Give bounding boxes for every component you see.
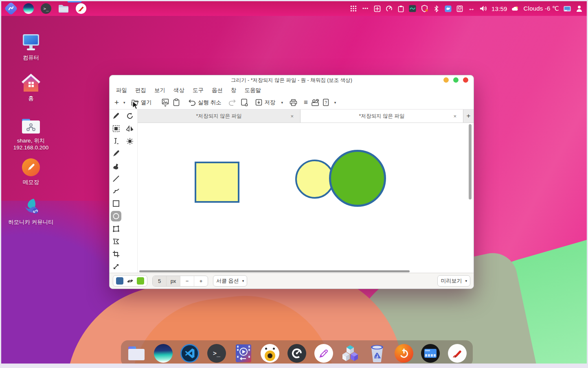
desktop-icon-community[interactable]: 하모니카 커뮤니티: [8, 196, 54, 226]
menu-file[interactable]: 파일: [112, 86, 131, 95]
horizontal-scrollbar[interactable]: [139, 270, 410, 272]
drawing-canvas[interactable]: [138, 123, 474, 273]
terminal-icon[interactable]: >_: [40, 3, 52, 14]
more-icon[interactable]: ⋯: [362, 5, 369, 12]
messenger-icon[interactable]: [444, 5, 452, 12]
menu-help[interactable]: 도움말: [241, 86, 265, 95]
help-button[interactable]: ?: [323, 99, 329, 106]
window-move-icon[interactable]: [373, 5, 381, 12]
tab-close-icon[interactable]: ×: [453, 113, 456, 119]
dock-terminal-icon[interactable]: >_: [207, 344, 226, 363]
open-button[interactable]: 열기: [131, 99, 152, 106]
desktop-icon-home[interactable]: 홈: [8, 72, 54, 102]
network-arrows-icon[interactable]: ↔: [468, 5, 475, 12]
dock-vscode-icon[interactable]: [180, 344, 200, 363]
shield-icon[interactable]: [421, 5, 428, 12]
tool-freeform[interactable]: [111, 236, 121, 247]
new-image-button[interactable]: +: [114, 98, 119, 107]
tab-unsaved-1[interactable]: *저장되지 않은 파일 ×: [138, 110, 301, 123]
desktop-icon-share[interactable]: share, 위치 192.168.0.200: [8, 114, 54, 151]
secondary-color-swatch[interactable]: [137, 277, 144, 285]
increase-width-button[interactable]: +: [194, 276, 208, 286]
tool-brightness[interactable]: [125, 136, 135, 147]
paste-button[interactable]: [173, 99, 180, 106]
tool-scale[interactable]: [111, 261, 121, 272]
desktop-icon-memo[interactable]: 메모장: [8, 156, 54, 186]
dock-files-icon[interactable]: [127, 344, 146, 363]
dock-drawing-app-icon[interactable]: [448, 344, 467, 363]
tool-curve[interactable]: [111, 186, 121, 196]
new-image-caret-icon[interactable]: ▾: [123, 101, 125, 105]
selection-button[interactable]: [241, 99, 248, 106]
menu-edit[interactable]: 편집: [131, 86, 150, 95]
tool-line[interactable]: [111, 173, 121, 184]
menu-color[interactable]: 색상: [169, 86, 189, 95]
tools-button[interactable]: [311, 99, 319, 106]
drawn-large-circle: [329, 150, 386, 207]
tool-rotate[interactable]: [125, 111, 135, 121]
menu-options[interactable]: 옵션: [208, 86, 227, 95]
titlebar[interactable]: 그리기 - *저장되지 않은 파일 - 원 - 채워짐 (보조 색상): [110, 75, 474, 85]
wave-app-icon[interactable]: [409, 5, 416, 12]
desktop-icon-computer[interactable]: 컴퓨터: [8, 31, 54, 61]
menu-window[interactable]: 창: [227, 86, 241, 95]
drawing-app-launcher-icon[interactable]: [75, 3, 87, 14]
undo-button[interactable]: 실행 취소: [189, 99, 222, 106]
app-grid-icon[interactable]: [350, 5, 357, 12]
card-reader-icon[interactable]: [456, 5, 463, 12]
tool-polygon[interactable]: [111, 223, 121, 234]
vertical-scrollbar[interactable]: [469, 124, 472, 199]
user-icon[interactable]: [575, 5, 583, 12]
status-bar: 5 px − + 서클 옵션 ▾ 미리보기 ▾: [110, 273, 474, 289]
redo-button[interactable]: [228, 99, 236, 106]
close-button[interactable]: [463, 77, 468, 83]
save-button[interactable]: 저장: [255, 99, 275, 106]
new-tab-button[interactable]: +: [463, 110, 474, 123]
volume-icon[interactable]: [480, 5, 487, 12]
dock-trash-icon[interactable]: [367, 344, 387, 363]
file-manager-icon[interactable]: [58, 3, 69, 14]
properties-button[interactable]: ≡: [304, 99, 308, 107]
display-tray-icon[interactable]: [564, 5, 571, 12]
dock-power-icon[interactable]: [394, 344, 414, 363]
tool-circle[interactable]: [111, 211, 121, 221]
tool-flip[interactable]: [125, 123, 135, 134]
whale-browser-icon[interactable]: [23, 3, 34, 14]
import-image-button[interactable]: [162, 99, 169, 107]
primary-color-swatch[interactable]: [116, 277, 123, 285]
shape-options-dropdown[interactable]: 서클 옵션 ▾: [213, 275, 247, 287]
tool-crop[interactable]: [111, 249, 121, 259]
menu-view[interactable]: 보기: [150, 86, 169, 95]
gauge-tray-icon[interactable]: [385, 5, 393, 12]
print-button[interactable]: [290, 99, 297, 106]
decrease-width-button[interactable]: −: [180, 276, 194, 286]
dock-video-player-icon[interactable]: [234, 344, 253, 363]
clock[interactable]: 13:59: [491, 5, 507, 12]
line-width-value[interactable]: 5: [153, 276, 166, 286]
swap-colors-icon[interactable]: [127, 278, 134, 284]
tool-select-rect[interactable]: [111, 123, 121, 134]
weather-text[interactable]: Clouds -6 ℃: [524, 5, 559, 12]
tool-text[interactable]: [111, 136, 121, 147]
toolbar-overflow-caret-icon[interactable]: ▾: [334, 101, 336, 105]
maximize-button[interactable]: [453, 77, 459, 83]
tab-close-icon[interactable]: ×: [290, 113, 294, 119]
hamonikr-logo-icon[interactable]: [5, 3, 17, 14]
tab-unsaved-2[interactable]: *저장되지 않은 파일 ×: [301, 110, 463, 123]
clipboard-tray-icon[interactable]: [397, 5, 404, 12]
save-menu-caret-icon[interactable]: ▾: [281, 101, 283, 105]
dock-package-cubes-icon[interactable]: [340, 344, 360, 363]
tool-paint[interactable]: [111, 161, 121, 171]
dock-text-editor-icon[interactable]: [314, 344, 333, 363]
bluetooth-icon[interactable]: [432, 5, 440, 12]
dock-whale-browser-icon[interactable]: [154, 344, 173, 363]
dock-onboard-keyboard-icon[interactable]: [421, 344, 440, 363]
tool-rectangle[interactable]: [111, 198, 121, 209]
minimize-button[interactable]: [443, 77, 449, 83]
tool-color-picker[interactable]: [111, 148, 121, 159]
tool-pencil[interactable]: [111, 111, 121, 121]
dock-system-monitor-icon[interactable]: [287, 344, 307, 363]
dock-camera-booth-icon[interactable]: [260, 344, 280, 363]
menu-tools[interactable]: 도구: [189, 86, 208, 95]
preview-dropdown[interactable]: 미리보기 ▾: [437, 275, 470, 287]
